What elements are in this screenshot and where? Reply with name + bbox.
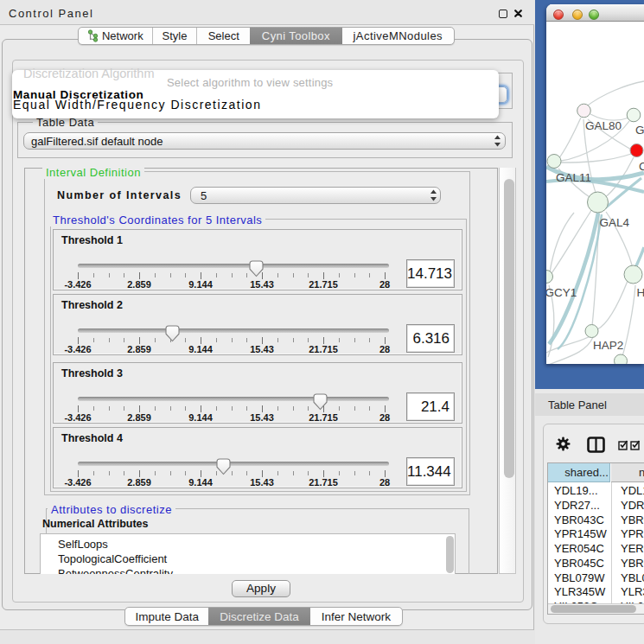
svg-text:GAL4: GAL4	[600, 216, 630, 229]
svg-text:C: C	[639, 160, 644, 173]
svg-text:G.: G.	[635, 124, 644, 137]
svg-text:H: H	[637, 286, 644, 299]
svg-text:GAL11: GAL11	[556, 171, 591, 184]
svg-text:GAL80: GAL80	[585, 119, 622, 132]
svg-text:GCY1: GCY1	[546, 286, 577, 299]
svg-text:HAP2: HAP2	[593, 339, 623, 352]
